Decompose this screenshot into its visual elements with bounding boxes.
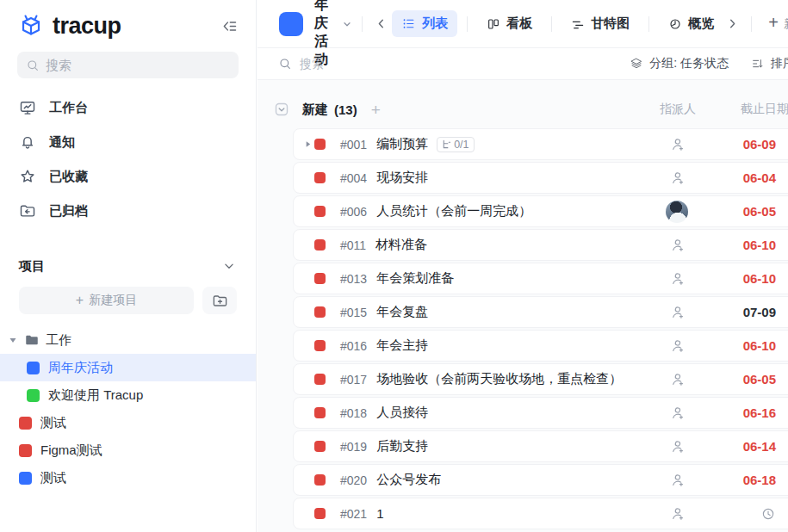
sort-control[interactable]: 排序 — [751, 56, 788, 71]
task-row[interactable]: #011 材料准备 06-10 — [293, 229, 788, 261]
group-by-control[interactable]: 分组: 任务状态 — [630, 56, 729, 71]
task-status-square[interactable] — [314, 306, 326, 318]
add-folder-button[interactable] — [202, 287, 237, 314]
due-date-cell[interactable]: 06-09 — [716, 137, 788, 152]
caret-down-icon[interactable] — [8, 336, 18, 344]
due-date-cell[interactable]: 06-10 — [716, 338, 788, 353]
add-assignee-icon[interactable] — [669, 472, 686, 488]
tabs-scroll-left-icon[interactable] — [372, 16, 390, 31]
assignee-cell[interactable] — [638, 337, 716, 354]
add-view-button[interactable]: + — [761, 13, 784, 34]
assignee-cell[interactable] — [638, 438, 716, 455]
task-search-input[interactable] — [300, 57, 429, 71]
task-row[interactable]: #018 人员接待 06-16 — [293, 397, 788, 429]
due-date-clock-icon[interactable] — [760, 506, 776, 522]
task-status-square[interactable] — [314, 239, 326, 251]
task-row[interactable]: #019 后勤支持 06-14 — [293, 430, 788, 462]
due-date-cell[interactable]: 06-18 — [716, 473, 788, 487]
add-assignee-icon[interactable] — [669, 505, 686, 522]
assignee-cell[interactable] — [638, 136, 716, 152]
task-title[interactable]: 年会复盘 — [376, 304, 428, 320]
assignee-cell[interactable] — [638, 505, 716, 522]
task-title[interactable]: 编制预算 — [376, 136, 428, 152]
sidebar-search-input[interactable] — [46, 58, 218, 72]
assignee-cell[interactable] — [638, 201, 716, 223]
sidebar-project-test-2[interactable]: 测试 — [0, 464, 256, 492]
task-row[interactable]: #017 场地验收（会前两天验收场地，重点检查） 06-05 — [293, 363, 788, 395]
task-row[interactable]: #006 人员统计（会前一周完成） 06-05 — [293, 195, 788, 227]
add-assignee-icon[interactable] — [669, 337, 686, 354]
projects-section-header[interactable]: 项目 — [0, 252, 256, 280]
add-assignee-icon[interactable] — [669, 371, 686, 387]
task-search[interactable] — [278, 57, 429, 71]
task-row[interactable]: #021 1 — [293, 498, 788, 529]
add-assignee-icon[interactable] — [669, 405, 686, 421]
assignee-cell[interactable] — [638, 472, 716, 488]
task-row[interactable]: #015 年会复盘 07-09 — [293, 296, 788, 328]
add-assignee-icon[interactable] — [669, 237, 686, 253]
task-title[interactable]: 年会主持 — [376, 337, 428, 354]
add-assignee-icon[interactable] — [669, 136, 686, 152]
due-date-cell[interactable]: 06-10 — [716, 271, 788, 286]
task-row[interactable]: #013 年会策划准备 06-10 — [293, 263, 788, 294]
sidebar-item-favorites[interactable]: 已收藏 — [0, 159, 256, 194]
sidebar-project-figma-test[interactable]: Figma测试 — [0, 436, 256, 464]
sidebar-project-anniversary[interactable]: 周年庆活动 — [0, 354, 256, 381]
task-row[interactable]: #020 公众号发布 06-18 — [293, 464, 788, 496]
tree-folder-work[interactable]: 工作 — [0, 326, 256, 354]
expand-caret-icon[interactable] — [301, 140, 314, 148]
task-status-square[interactable] — [314, 441, 326, 452]
task-row[interactable]: #001 编制预算 0/1 06-09 — [293, 128, 788, 160]
add-assignee-icon[interactable] — [669, 304, 686, 320]
sidebar-search[interactable] — [17, 52, 239, 78]
add-task-button[interactable]: + — [371, 102, 381, 118]
task-title[interactable]: 年会策划准备 — [376, 270, 454, 287]
task-title[interactable]: 后勤支持 — [376, 438, 428, 455]
assignee-cell[interactable] — [638, 405, 716, 421]
task-status-square[interactable] — [314, 172, 326, 183]
add-assignee-icon[interactable] — [669, 438, 686, 455]
group-collapse-checkbox-icon[interactable] — [275, 102, 289, 116]
assignee-cell[interactable] — [638, 170, 716, 186]
tab-list[interactable]: 列表 — [392, 10, 457, 37]
due-date-cell[interactable]: 06-16 — [716, 405, 788, 420]
title-dropdown-caret-icon[interactable] — [342, 19, 352, 29]
task-title[interactable]: 人员接待 — [376, 405, 428, 421]
assignee-cell[interactable] — [638, 371, 716, 387]
sidebar-project-welcome[interactable]: 欢迎使用 Tracup — [0, 381, 256, 409]
sidebar-item-notifications[interactable]: 通知 — [0, 125, 256, 159]
add-assignee-icon[interactable] — [669, 170, 686, 186]
sidebar-project-test-1[interactable]: 测试 — [0, 409, 256, 436]
chevron-down-icon[interactable] — [221, 258, 237, 274]
task-title[interactable]: 材料准备 — [375, 237, 427, 253]
task-status-square[interactable] — [314, 407, 326, 418]
task-status-square[interactable] — [314, 474, 326, 486]
task-title[interactable]: 人员统计（会前一周完成） — [376, 203, 531, 220]
project-badge[interactable] — [279, 12, 303, 36]
due-date-cell[interactable]: 06-14 — [716, 439, 788, 454]
tab-kanban[interactable]: 看板 — [477, 10, 542, 37]
assignee-cell[interactable] — [638, 270, 716, 287]
avatar[interactable] — [666, 201, 688, 223]
task-status-square[interactable] — [314, 508, 326, 519]
sidebar-item-archived[interactable]: 已归档 — [0, 194, 256, 228]
tab-overview[interactable]: 概览 — [659, 10, 723, 37]
due-date-cell[interactable]: 06-10 — [716, 238, 788, 252]
due-date-cell[interactable]: 06-05 — [716, 372, 788, 387]
due-date-cell[interactable]: 06-05 — [716, 204, 788, 219]
task-status-square[interactable] — [314, 374, 326, 385]
task-title[interactable]: 1 — [376, 506, 383, 521]
assignee-cell[interactable] — [638, 237, 716, 253]
assignee-cell[interactable] — [638, 304, 716, 320]
task-row[interactable]: #004 现场安排 06-04 — [293, 162, 788, 194]
sidebar-item-workbench[interactable]: 工作台 — [0, 90, 256, 125]
task-status-square[interactable] — [314, 139, 326, 150]
due-date-cell[interactable]: 06-04 — [716, 170, 788, 185]
tab-gantt[interactable]: 甘特图 — [562, 10, 639, 37]
task-status-square[interactable] — [314, 206, 326, 217]
tabs-scroll-right-icon[interactable] — [723, 16, 741, 31]
collapse-sidebar-icon[interactable] — [220, 17, 239, 35]
task-status-square[interactable] — [314, 273, 326, 284]
add-assignee-icon[interactable] — [669, 270, 686, 287]
task-row[interactable]: #016 年会主持 06-10 — [293, 330, 788, 362]
